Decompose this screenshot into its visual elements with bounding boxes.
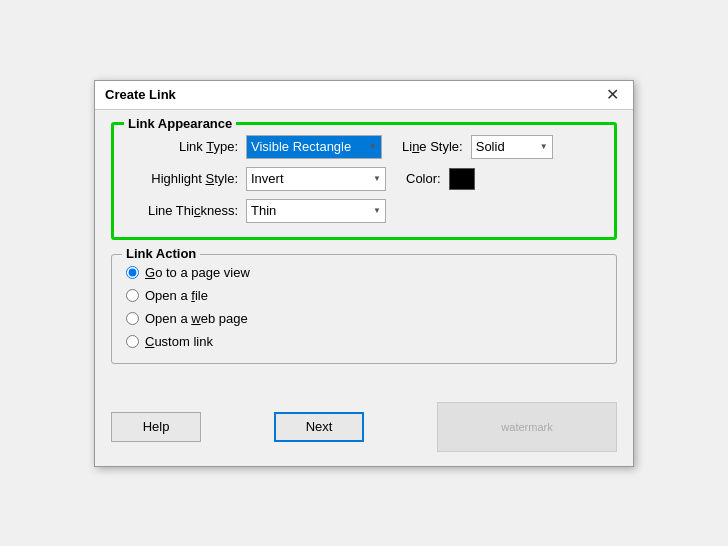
dialog-title: Create Link [105, 87, 176, 102]
line-style-select[interactable]: Solid Dashed Underline [471, 135, 553, 159]
create-link-dialog: Create Link ✕ Link Appearance Link Type:… [94, 80, 634, 467]
radio-open-webpage: Open a web page [126, 311, 602, 326]
link-appearance-group: Link Appearance Link Type: Visible Recta… [111, 122, 617, 240]
link-appearance-label: Link Appearance [124, 116, 236, 131]
color-swatch[interactable] [449, 168, 475, 190]
line-thickness-select-wrapper: Thin Medium Thick [246, 199, 386, 223]
highlight-style-row: Highlight Style: Invert None Outline Pus… [128, 167, 600, 191]
watermark-text: watermark [501, 421, 552, 433]
radio-goto-input[interactable] [126, 266, 139, 279]
color-label: Color: [406, 171, 441, 186]
highlight-style-label: Highlight Style: [128, 171, 238, 186]
line-style-label: Line Style: [402, 139, 463, 154]
line-thickness-label: Line Thickness: [128, 203, 238, 218]
dialog-body: Link Appearance Link Type: Visible Recta… [95, 110, 633, 394]
link-action-group: Link Action Go to a page view Open a fil… [111, 254, 617, 364]
close-button[interactable]: ✕ [602, 87, 623, 103]
radio-webpage-input[interactable] [126, 312, 139, 325]
next-button[interactable]: Next [274, 412, 364, 442]
highlight-style-select-wrapper: Invert None Outline Push [246, 167, 386, 191]
link-type-select-wrapper: Visible Rectangle Invisible Rectangle [246, 135, 382, 159]
line-style-select-wrapper: Solid Dashed Underline [471, 135, 553, 159]
radio-goto-label[interactable]: Go to a page view [145, 265, 250, 280]
link-action-label: Link Action [122, 246, 200, 261]
link-type-row: Link Type: Visible Rectangle Invisible R… [128, 135, 600, 159]
help-button[interactable]: Help [111, 412, 201, 442]
radio-custom-link: Custom link [126, 334, 602, 349]
line-thickness-select[interactable]: Thin Medium Thick [246, 199, 386, 223]
radio-webpage-label[interactable]: Open a web page [145, 311, 248, 326]
highlight-style-select[interactable]: Invert None Outline Push [246, 167, 386, 191]
line-thickness-row: Line Thickness: Thin Medium Thick [128, 199, 600, 223]
radio-custom-label[interactable]: Custom link [145, 334, 213, 349]
radio-file-label[interactable]: Open a file [145, 288, 208, 303]
color-group: Color: [406, 168, 475, 190]
radio-open-file: Open a file [126, 288, 602, 303]
link-type-select[interactable]: Visible Rectangle Invisible Rectangle [246, 135, 382, 159]
line-style-group: Line Style: Solid Dashed Underline [402, 135, 553, 159]
radio-file-input[interactable] [126, 289, 139, 302]
watermark: watermark [437, 402, 617, 452]
dialog-footer: Help Next watermark [95, 394, 633, 466]
radio-goto-page: Go to a page view [126, 265, 602, 280]
link-type-label: Link Type: [128, 139, 238, 154]
radio-custom-input[interactable] [126, 335, 139, 348]
title-bar: Create Link ✕ [95, 81, 633, 110]
